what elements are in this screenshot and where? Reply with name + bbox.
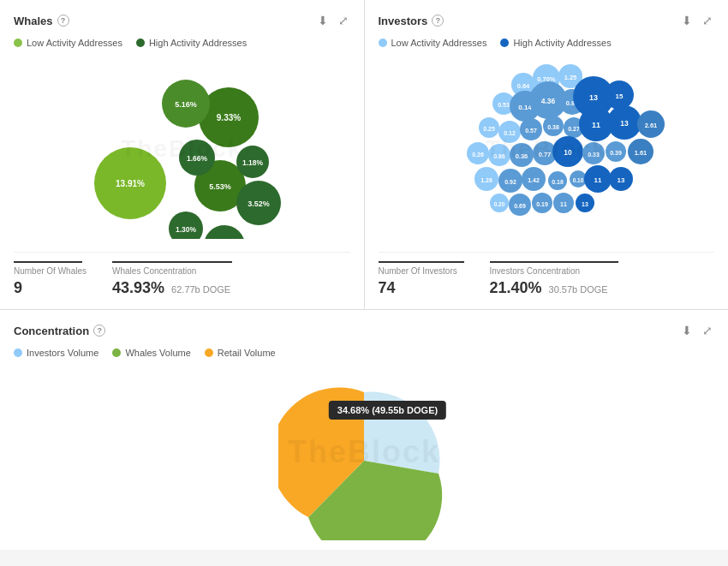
inv-b32-l: 13 — [617, 176, 624, 184]
whales-low-label: Low Activity Addresses — [27, 38, 122, 48]
inv-b21-l: 0.77 — [538, 151, 551, 158]
whales-count-value: 9 — [14, 279, 87, 297]
inv-b34-l: 0.69 — [514, 203, 526, 209]
inv-b10-l: 0.25 — [483, 126, 495, 132]
bubble-166-label: 1.66% — [187, 154, 208, 163]
investors-count-group: Number Of Investors 74 — [379, 261, 464, 297]
whales-low-dot — [14, 39, 22, 47]
whales-header: Whales ? ⬇ ⤢ — [14, 12, 350, 29]
concentration-help-icon[interactable]: ? — [93, 325, 105, 337]
inv-b12-l: 0.57 — [525, 128, 537, 134]
inv-b25-l: 1.61 — [634, 149, 647, 157]
investors-stats: Number Of Investors 74 Investors Concent… — [379, 252, 715, 297]
inv-b35-l: 0.19 — [536, 201, 548, 207]
bubble-130-label: 1.30% — [176, 225, 197, 234]
inv-b18-l: 0.26 — [472, 152, 484, 158]
investors-legend-high: High Activity Addresses — [500, 38, 611, 48]
inv-b36-l: 11 — [560, 201, 567, 207]
investors-conc-sub: 30.57b DOGE — [549, 284, 608, 295]
investors-title: Investors ? — [379, 15, 445, 27]
investors-help-icon[interactable]: ? — [432, 15, 444, 27]
whales-help-icon[interactable]: ? — [57, 15, 69, 27]
investors-low-label: Low Activity Addresses — [391, 38, 487, 48]
inv-b20-l: 0.36 — [515, 152, 528, 160]
inv-b29-l: 0.18 — [552, 179, 564, 185]
whales-stats: Number Of Whales 9 Whales Concentration … — [14, 252, 350, 297]
conc-retail-label: Retail Volume — [218, 348, 276, 358]
whales-expand-button[interactable]: ⤢ — [337, 12, 350, 29]
bubble-235 — [204, 225, 245, 239]
conc-whales-dot — [112, 349, 121, 357]
whales-legend-high: High Activity Addresses — [136, 38, 247, 48]
investors-legend-low: Low Activity Addresses — [379, 38, 487, 48]
concentration-download-button[interactable]: ⬇ — [680, 322, 694, 339]
investors-legend: Low Activity Addresses High Activity Add… — [379, 38, 715, 48]
inv-b17-l: 2.61 — [644, 122, 657, 129]
inv-b26-l: 1.28 — [480, 177, 492, 183]
whales-count-group: Number Of Whales 9 — [14, 261, 87, 297]
conc-investors-label: Investors Volume — [27, 348, 98, 358]
whales-high-dot — [136, 39, 145, 47]
concentration-pie-area: TheBlock 34.68% (49.55b DOGE) — [14, 366, 714, 538]
concentration-actions: ⬇ ⤢ — [680, 322, 714, 339]
inv-b37-l: 13 — [582, 201, 588, 207]
investors-concentration-group: Investors Concentration 21.40% 30.57b DO… — [490, 261, 618, 297]
whales-conc-label: Whales Concentration — [112, 266, 232, 276]
investors-download-button[interactable]: ⬇ — [680, 12, 694, 29]
investors-conc-divider — [490, 261, 618, 263]
inv-b27-l: 0.92 — [504, 179, 516, 185]
whales-title: Whales ? — [14, 15, 69, 27]
whales-conc-divider — [112, 261, 232, 263]
concentration-expand-button[interactable]: ⤢ — [701, 322, 714, 339]
inv-b1-l: 0.64 — [516, 82, 529, 90]
concentration-title: Concentration ? — [14, 325, 105, 337]
inv-b30-l: 0.10 — [572, 177, 583, 183]
investors-conc-pct: 21.40% — [490, 279, 542, 297]
investors-count-divider — [379, 261, 464, 263]
conc-retail-dot — [205, 349, 213, 357]
inv-b22-l: 10 — [564, 148, 572, 157]
whales-legend: Low Activity Addresses High Activity Add… — [14, 38, 350, 48]
investors-high-label: High Activity Addresses — [513, 38, 611, 48]
bubble-1391-label: 13.91% — [116, 179, 145, 188]
inv-b14-l: 0.27 — [568, 126, 580, 132]
whales-conc-values: 43.93% 62.77b DOGE — [112, 279, 232, 297]
whales-legend-low: Low Activity Addresses — [14, 38, 122, 48]
inv-b16-l: 13 — [620, 119, 629, 128]
inv-b13-l: 0.38 — [547, 124, 559, 130]
inv-b3-l: 1.25 — [564, 74, 576, 81]
whales-bubble-area: TheBlock 13.91% 9.33% 5.16% 5.53% 3.52% — [14, 55, 350, 243]
inv-b31-l: 11 — [594, 176, 601, 184]
investors-high-dot — [500, 39, 509, 47]
dashboard: Whales ? ⬇ ⤢ Low Activity Addresses High… — [0, 0, 728, 550]
whales-title-text: Whales — [14, 15, 53, 27]
investors-low-dot — [379, 39, 387, 47]
conc-legend-retail: Retail Volume — [205, 348, 276, 358]
inv-b23-l: 0.33 — [588, 152, 600, 158]
concentration-tooltip: 34.68% (49.55b DOGE) — [329, 401, 446, 420]
investors-actions: ⬇ ⤢ — [680, 12, 714, 29]
inv-b11-l: 0.12 — [504, 130, 516, 136]
whales-actions: ⬇ ⤢ — [316, 12, 350, 29]
whales-panel: Whales ? ⬇ ⤢ Low Activity Addresses High… — [0, 0, 364, 309]
investors-conc-values: 21.40% 30.57b DOGE — [490, 279, 618, 297]
conc-legend-whales: Whales Volume — [112, 348, 190, 358]
inv-b9-l: 15 — [615, 92, 623, 100]
inv-b6-l: 4.36 — [540, 97, 555, 105]
inv-b8-l: 13 — [589, 93, 598, 102]
conc-investors-dot — [14, 349, 22, 357]
whales-high-label: High Activity Addresses — [149, 38, 247, 48]
inv-b19-l: 0.86 — [493, 153, 505, 159]
conc-whales-label: Whales Volume — [125, 348, 190, 358]
inv-b24-l: 0.39 — [610, 150, 622, 156]
investors-count-value: 74 — [379, 279, 464, 297]
concentration-legend: Investors Volume Whales Volume Retail Vo… — [14, 348, 714, 358]
whales-download-button[interactable]: ⬇ — [316, 12, 330, 29]
bubble-516-label: 5.16% — [175, 100, 197, 109]
investors-expand-button[interactable]: ⤢ — [701, 12, 714, 29]
investors-bubbles-svg: 0.64 0.70% 1.25 0.53 0.14 4.36 0.80 13 1… — [414, 59, 679, 239]
inv-b28-l: 1.42 — [528, 177, 540, 183]
investors-header: Investors ? ⬇ ⤢ — [379, 12, 715, 29]
investors-conc-label: Investors Concentration — [490, 266, 618, 276]
bubble-118-label: 1.18% — [242, 158, 264, 167]
